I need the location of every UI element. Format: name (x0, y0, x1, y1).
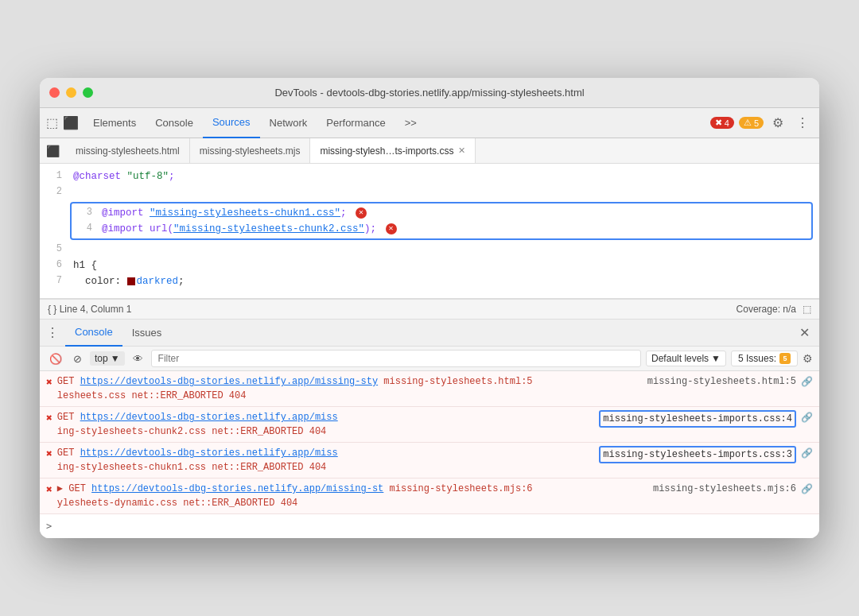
code-line-1: 1 @charset "utf-8"; (40, 169, 819, 184)
context-dropdown[interactable]: top ▼ (90, 351, 125, 366)
error-icon: ✖ (715, 118, 722, 128)
bottom-tab-issues-label: Issues (132, 327, 162, 339)
context-label: top (95, 353, 108, 364)
bottom-panel: ⋮ Console Issues ✕ 🚫 ⊘ top ▼ 👁 Default l… (40, 320, 819, 538)
status-bar: { } Line 4, Column 1 Coverage: n/a ⬚ (40, 299, 819, 320)
console-messages: ✖ GET https://devtools-dbg-stories.netli… (40, 371, 819, 538)
console-message-3: ✖ GET https://devtools-dbg-stories.netli… (40, 443, 819, 478)
devtools-window: DevTools - devtools-dbg-stories.netlify.… (40, 78, 819, 538)
bottom-tab-issues[interactable]: Issues (122, 320, 172, 347)
file-tab-css[interactable]: missing-stylesh…ts-imports.css ✕ (310, 138, 476, 164)
bottom-tab-console[interactable]: Console (65, 320, 122, 347)
tab-more[interactable]: >> (395, 108, 426, 138)
chevron-down-icon: ▼ (111, 353, 120, 364)
console-msg-source-1[interactable]: missing-stylesheets.html:5 (647, 374, 796, 389)
levels-label: Default levels (651, 353, 709, 364)
traffic-lights (49, 87, 93, 98)
console-message-4: ✖ ▶ GET https://devtools-dbg-stories.net… (40, 478, 819, 514)
network-link-icon-1[interactable]: 🔗 (801, 375, 813, 389)
file-tab-bar: ⬛ missing-stylesheets.html missing-style… (40, 138, 819, 164)
console-msg-text-2: GET https://devtools-dbg-stories.netlify… (57, 410, 595, 439)
issues-count-badge: 5 (779, 353, 791, 364)
sidebar-toggle-icon[interactable]: ⬛ (40, 145, 66, 157)
maximize-button[interactable] (83, 87, 93, 98)
window-title: DevTools - devtools-dbg-stories.netlify.… (274, 87, 584, 99)
code-editor: 1 @charset "utf-8"; 2 3 @import "missing… (40, 164, 819, 299)
issues-label: 5 Issues: (738, 353, 776, 364)
tab-elements[interactable]: Elements (84, 108, 146, 138)
code-line-4: 4 @import url("missing-stylesheets-chunk… (76, 221, 807, 237)
filter-input[interactable] (151, 350, 641, 367)
error-count: 4 (725, 118, 729, 128)
console-msg-link-1[interactable]: https://devtools-dbg-stories.netlify.app… (80, 376, 378, 387)
network-link-icon-2[interactable]: 🔗 (801, 411, 813, 425)
prompt-symbol: > (46, 519, 52, 533)
titlebar: DevTools - devtools-dbg-stories.netlify.… (40, 78, 819, 108)
error-icon-line3: ✕ (356, 207, 367, 219)
network-link-icon-3[interactable]: 🔗 (801, 447, 813, 461)
devtools-tab-bar: ⬚ ⬛ Elements Console Sources Network Per… (40, 108, 819, 138)
device-icon[interactable]: ⬛ (63, 115, 79, 130)
warning-badge[interactable]: ⚠ 5 (739, 117, 764, 129)
console-msg-source-2[interactable]: missing-stylesheets-imports.css:4 (599, 410, 796, 428)
coverage-icon[interactable]: ⬚ (803, 304, 811, 315)
warning-count: 5 (754, 118, 759, 128)
tab-console[interactable]: Console (146, 108, 203, 138)
code-line-3: 3 @import "missing-stylesheets-chukn1.cs… (76, 205, 807, 221)
code-line-5: 5 (40, 242, 819, 258)
block-icon[interactable]: ⊘ (70, 351, 85, 366)
inspect-icon[interactable]: ⬚ (46, 115, 58, 130)
file-tab-html-label: missing-stylesheets.html (76, 145, 180, 157)
console-msg-text-3: GET https://devtools-dbg-stories.netlify… (57, 446, 595, 475)
tab-actions: ✖ 4 ⚠ 5 ⚙ ⋮ (710, 114, 813, 132)
error-badge[interactable]: ✖ 4 (710, 117, 734, 129)
network-link-icon-4[interactable]: 🔗 (801, 482, 813, 497)
console-message-1: ✖ GET https://devtools-dbg-stories.netli… (40, 371, 819, 407)
color-swatch-darkred[interactable] (127, 277, 135, 285)
error-icon-line4: ✕ (386, 223, 397, 234)
bottom-tab-bar: ⋮ Console Issues ✕ (40, 320, 819, 347)
issues-badge[interactable]: 5 Issues: 5 (731, 351, 798, 366)
more-icon[interactable]: ⋮ (792, 114, 813, 132)
warning-icon: ⚠ (744, 118, 752, 128)
levels-dropdown[interactable]: Default levels ▼ (646, 351, 726, 366)
file-tab-html[interactable]: missing-stylesheets.html (66, 138, 190, 164)
bottom-tab-console-label: Console (75, 326, 113, 338)
settings-icon[interactable]: ⚙ (768, 114, 787, 132)
highlighted-import-block: 3 @import "missing-stylesheets-chukn1.cs… (70, 202, 813, 240)
status-position: { } Line 4, Column 1 (48, 304, 131, 315)
error-icon-msg1: ✖ (46, 375, 52, 391)
code-line-6: 6 h1 { (40, 258, 819, 273)
console-settings-icon[interactable]: ⚙ (803, 352, 813, 365)
console-msg-text-1: GET https://devtools-dbg-stories.netlify… (57, 374, 643, 403)
file-tab-css-close[interactable]: ✕ (458, 145, 465, 156)
tab-network[interactable]: Network (260, 108, 317, 138)
code-line-2: 2 (40, 184, 819, 200)
levels-chevron-icon: ▼ (711, 353, 721, 364)
console-msg-link-2[interactable]: https://devtools-dbg-stories.netlify.app… (80, 412, 338, 423)
console-msg-source-4[interactable]: missing-stylesheets.mjs:6 (653, 482, 796, 496)
coverage-label: Coverage: n/a (737, 304, 796, 315)
clear-console-icon[interactable]: 🚫 (46, 351, 65, 366)
console-prompt[interactable]: > (40, 514, 819, 538)
bottom-panel-close[interactable]: ✕ (796, 325, 813, 340)
bottom-menu-icon[interactable]: ⋮ (46, 325, 59, 340)
console-msg-text-4: ▶ GET https://devtools-dbg-stories.netli… (57, 482, 648, 510)
close-button[interactable] (49, 87, 60, 98)
console-toolbar: 🚫 ⊘ top ▼ 👁 Default levels ▼ 5 Issues: 5… (40, 347, 819, 371)
tab-performance[interactable]: Performance (317, 108, 395, 138)
error-icon-msg2: ✖ (46, 411, 52, 427)
console-msg-source-3[interactable]: missing-stylesheets-imports.css:3 (599, 446, 796, 463)
file-tab-mjs-label: missing-stylesheets.mjs (200, 145, 301, 157)
console-msg-link-4[interactable]: https://devtools-dbg-stories.netlify.app… (91, 483, 383, 494)
code-line-7: 7 color: darkred; (40, 273, 819, 289)
error-icon-msg4: ✖ (46, 482, 52, 498)
file-tab-css-label: missing-stylesh…ts-imports.css (320, 145, 453, 157)
eye-icon[interactable]: 👁 (130, 351, 146, 366)
minimize-button[interactable] (66, 87, 76, 98)
error-icon-msg3: ✖ (46, 447, 52, 463)
console-msg-link-3[interactable]: https://devtools-dbg-stories.netlify.app… (80, 447, 338, 459)
console-message-2: ✖ GET https://devtools-dbg-stories.netli… (40, 407, 819, 443)
tab-sources[interactable]: Sources (203, 108, 260, 138)
file-tab-mjs[interactable]: missing-stylesheets.mjs (190, 138, 311, 164)
